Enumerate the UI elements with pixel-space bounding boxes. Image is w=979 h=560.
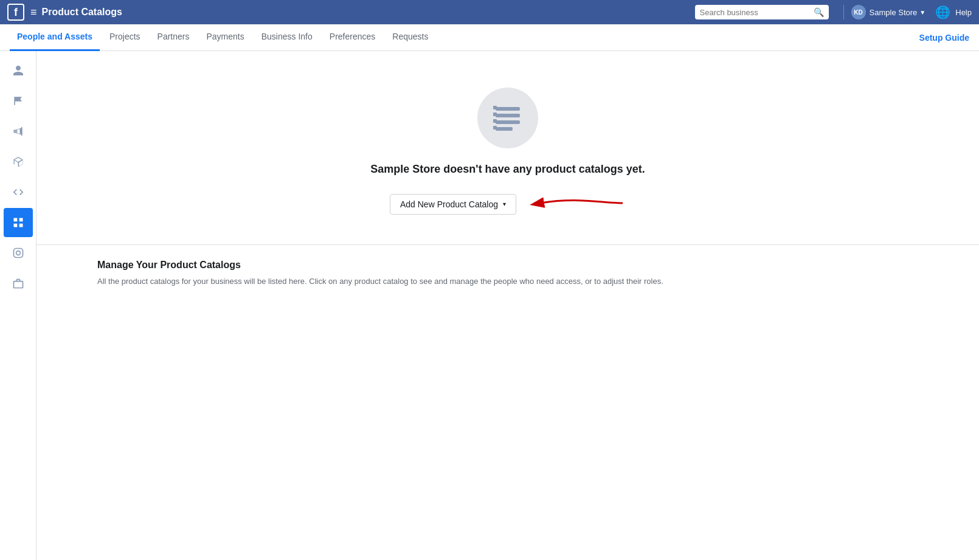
sidebar-item-ads[interactable] bbox=[4, 117, 33, 146]
globe-icon[interactable]: 🌐 bbox=[935, 5, 950, 19]
manage-section: Manage Your Product Catalogs All the pro… bbox=[36, 245, 979, 302]
tab-projects[interactable]: Projects bbox=[102, 24, 148, 51]
add-new-product-catalog-button[interactable]: Add New Product Catalog ▾ bbox=[390, 194, 516, 215]
svg-rect-4 bbox=[496, 114, 520, 117]
tab-preferences[interactable]: Preferences bbox=[322, 24, 382, 51]
svg-rect-8 bbox=[493, 112, 497, 116]
search-input[interactable] bbox=[700, 8, 814, 17]
sidebar-item-products[interactable] bbox=[4, 147, 33, 176]
svg-rect-0 bbox=[13, 249, 22, 258]
sidebar-item-code[interactable] bbox=[4, 178, 33, 207]
tab-people-and-assets[interactable]: People and Assets bbox=[10, 24, 100, 51]
sidebar-item-instagram[interactable] bbox=[4, 238, 33, 268]
svg-rect-10 bbox=[493, 126, 497, 130]
main-content: Sample Store doesn't have any product ca… bbox=[36, 51, 979, 560]
svg-rect-7 bbox=[493, 106, 497, 109]
sidebar-item-business[interactable] bbox=[4, 269, 33, 298]
account-menu[interactable]: KD Sample Store ▼ bbox=[851, 5, 926, 19]
search-icon: 🔍 bbox=[814, 7, 824, 17]
search-box[interactable]: 🔍 bbox=[695, 5, 829, 19]
chevron-down-icon: ▾ bbox=[503, 201, 506, 207]
account-name: Sample Store bbox=[870, 8, 918, 17]
nav-divider bbox=[843, 5, 844, 19]
grid-icon bbox=[12, 216, 24, 229]
box-icon bbox=[12, 156, 24, 168]
topnav: f ≡ Product Catalogs 🔍 KD Sample Store ▼… bbox=[0, 0, 979, 24]
code-icon bbox=[12, 186, 24, 198]
help-link[interactable]: Help bbox=[955, 8, 972, 17]
main-layout: Sample Store doesn't have any product ca… bbox=[0, 51, 979, 560]
svg-rect-5 bbox=[496, 120, 520, 124]
svg-point-2 bbox=[21, 250, 21, 251]
briefcase-icon bbox=[12, 277, 24, 289]
empty-icon-container bbox=[477, 88, 538, 148]
svg-point-1 bbox=[16, 251, 20, 255]
svg-rect-3 bbox=[496, 107, 520, 111]
svg-rect-6 bbox=[496, 127, 513, 131]
manage-section-title: Manage Your Product Catalogs bbox=[97, 260, 918, 271]
page-title: Product Catalogs bbox=[42, 7, 695, 18]
sidebar-item-people[interactable] bbox=[4, 56, 33, 85]
instagram-icon bbox=[12, 247, 24, 259]
red-arrow-icon bbox=[528, 188, 626, 218]
annotation-arrow bbox=[528, 188, 626, 220]
tab-business-info[interactable]: Business Info bbox=[254, 24, 320, 51]
empty-state-section: Sample Store doesn't have any product ca… bbox=[36, 51, 979, 245]
tab-payments[interactable]: Payments bbox=[199, 24, 251, 51]
tab-requests[interactable]: Requests bbox=[385, 24, 435, 51]
sidebar-item-catalogs[interactable] bbox=[4, 208, 33, 237]
setup-guide-link[interactable]: Setup Guide bbox=[919, 33, 969, 43]
add-catalog-button-label: Add New Product Catalog bbox=[400, 199, 498, 209]
tab-partners[interactable]: Partners bbox=[150, 24, 197, 51]
empty-state-title: Sample Store doesn't have any product ca… bbox=[370, 163, 645, 176]
secondary-nav: People and Assets Projects Partners Paym… bbox=[0, 24, 979, 51]
avatar: KD bbox=[851, 5, 866, 19]
svg-rect-9 bbox=[493, 119, 497, 123]
person-icon bbox=[12, 64, 24, 77]
catalog-list-icon bbox=[491, 101, 525, 135]
facebook-logo: f bbox=[7, 4, 24, 21]
sidebar bbox=[0, 51, 36, 560]
chevron-down-icon: ▼ bbox=[919, 9, 925, 16]
menu-icon[interactable]: ≡ bbox=[30, 6, 37, 19]
manage-section-description: All the product catalogs for your busine… bbox=[97, 275, 918, 288]
megaphone-icon bbox=[12, 125, 24, 137]
flag-icon bbox=[12, 95, 24, 107]
sidebar-item-campaigns[interactable] bbox=[4, 86, 33, 116]
